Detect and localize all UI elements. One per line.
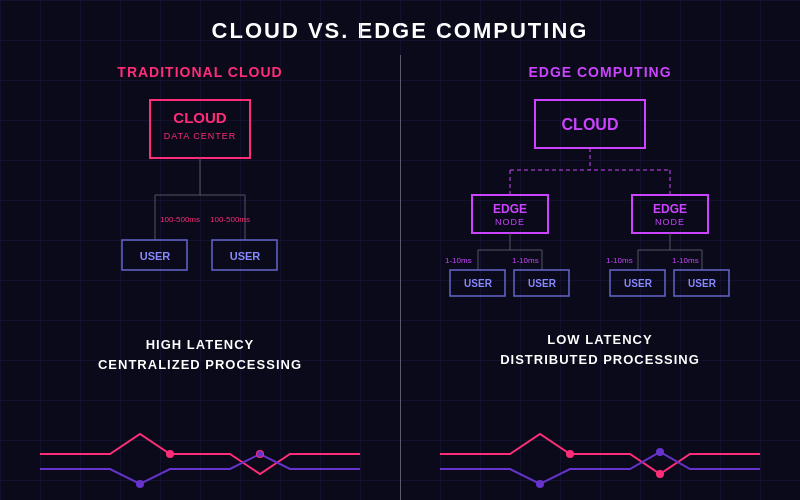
svg-point-13 [166,450,174,458]
edge-caption: LOW LATENCY DISTRIBUTED PROCESSING [500,330,700,369]
svg-text:CLOUD: CLOUD [173,109,226,126]
svg-text:1-10ms: 1-10ms [606,256,633,265]
traditional-title: TRADITIONAL CLOUD [117,64,282,80]
svg-text:100-500ms: 100-500ms [160,215,200,224]
svg-point-52 [656,448,664,456]
svg-text:1-10ms: 1-10ms [672,256,699,265]
edge-waveform [430,414,770,494]
svg-text:NODE: NODE [655,217,685,227]
svg-text:1-10ms: 1-10ms [445,256,472,265]
svg-text:USER: USER [528,278,557,289]
svg-point-51 [536,480,544,488]
svg-text:USER: USER [688,278,717,289]
edge-title: EDGE COMPUTING [528,64,671,80]
svg-point-15 [136,480,144,488]
traditional-panel: TRADITIONAL CLOUD CLOUD DATA CENTER 100-… [0,54,400,499]
svg-point-50 [656,470,664,478]
svg-text:100-500ms: 100-500ms [210,215,250,224]
svg-text:EDGE: EDGE [493,202,527,216]
svg-point-49 [566,450,574,458]
traditional-caption: HIGH LATENCY CENTRALIZED PROCESSING [98,335,302,374]
svg-text:CLOUD: CLOUD [562,116,619,133]
svg-text:DATA CENTER: DATA CENTER [164,131,237,141]
edge-diagram: CLOUD EDGE NODE EDGE NODE [430,95,770,315]
svg-text:USER: USER [140,250,171,262]
svg-text:EDGE: EDGE [653,202,687,216]
traditional-diagram: CLOUD DATA CENTER 100-500ms 100-500ms US… [80,95,320,315]
main-title: CLOUD VS. EDGE COMPUTING [0,0,800,54]
svg-text:USER: USER [624,278,653,289]
svg-point-16 [257,451,263,457]
traditional-waveform [30,414,370,494]
svg-text:1-10ms: 1-10ms [512,256,539,265]
svg-text:USER: USER [230,250,261,262]
edge-panel: EDGE COMPUTING CLOUD EDGE NODE EDGE NODE [400,54,800,499]
svg-text:NODE: NODE [495,217,525,227]
svg-text:USER: USER [464,278,493,289]
